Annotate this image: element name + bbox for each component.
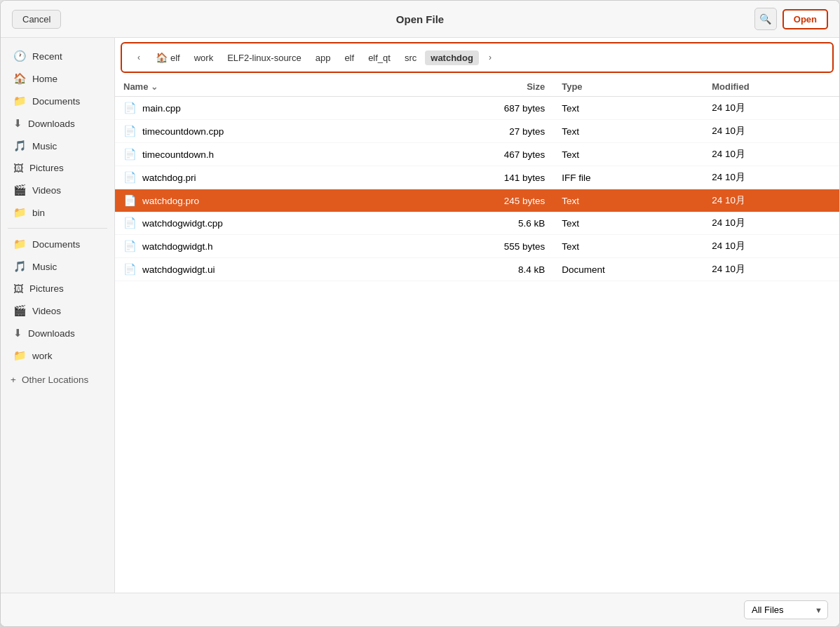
- table-row[interactable]: 📄 main.cpp 687 bytes Text 24 10月: [115, 97, 839, 120]
- file-modified-cell: 24 10月: [703, 143, 839, 166]
- file-name-cell: 📄 watchdog.pro: [115, 189, 409, 213]
- table-row[interactable]: 📄 watchdogwidgt.ui 8.4 kB Document 24 10…: [115, 258, 839, 281]
- col-name-label: Name: [123, 81, 148, 92]
- sidebar-pictures2-label: Pictures: [29, 283, 64, 294]
- sidebar-recent-label: Recent: [32, 51, 62, 62]
- table-row[interactable]: 📄 watchdogwidgt.h 555 bytes Text 24 10月: [115, 235, 839, 258]
- cancel-button[interactable]: Cancel: [12, 10, 61, 29]
- sidebar-downloads-icon: ⬇: [13, 117, 22, 130]
- col-name-sort-icon[interactable]: ⌄: [151, 82, 158, 92]
- sidebar-bin-label: bin: [32, 208, 45, 218]
- sidebar-music-label: Music: [32, 141, 57, 151]
- file-type-cell: Text: [553, 143, 703, 166]
- breadcrumb-label-watchdog: watchdog: [431, 53, 473, 63]
- file-name-cell: 📄 timecountdown.h: [115, 143, 409, 166]
- file-icon: 📄: [123, 240, 137, 252]
- sidebar-documents2-icon: 📁: [13, 238, 27, 250]
- sidebar-downloads2-icon: ⬇: [13, 327, 22, 339]
- table-row[interactable]: 📄 timecountdown.h 467 bytes Text 24 10月: [115, 143, 839, 166]
- col-header-name: Name ⌄: [115, 77, 409, 97]
- breadcrumb-item-app[interactable]: app: [310, 50, 337, 65]
- sidebar-item-documents2[interactable]: 📁Documents: [4, 233, 111, 255]
- sidebar-item-music2[interactable]: 🎵Music: [4, 255, 111, 278]
- table-row[interactable]: 📄 watchdog.pri 141 bytes IFF file 24 10月: [115, 166, 839, 189]
- file-icon: 📄: [123, 263, 137, 276]
- sidebar-documents-label: Documents: [32, 96, 80, 107]
- sidebar-section-bottom: 📁Documents🎵Music🖼Pictures🎬Videos⬇Downloa…: [1, 233, 114, 367]
- sidebar-downloads2-label: Downloads: [28, 328, 75, 339]
- breadcrumb-item-home[interactable]: 🏠elf: [150, 50, 186, 65]
- sidebar-music-icon: 🎵: [13, 140, 27, 152]
- dialog-body: 🕐Recent🏠Home📁Documents⬇Downloads🎵Music🖼P…: [1, 38, 839, 593]
- plus-icon: +: [11, 375, 16, 385]
- sidebar-pictures-label: Pictures: [29, 163, 64, 173]
- file-icon: 📄: [123, 217, 137, 229]
- sidebar-item-work[interactable]: 📁work: [4, 344, 111, 367]
- file-icon: 📄: [123, 125, 137, 137]
- sidebar-home-label: Home: [32, 74, 57, 84]
- sidebar-recent-icon: 🕐: [13, 50, 27, 62]
- search-icon[interactable]: 🔍: [754, 8, 777, 30]
- sidebar-work-icon: 📁: [13, 349, 27, 362]
- file-modified-cell: 24 10月: [703, 258, 839, 281]
- breadcrumb-more-button[interactable]: ›: [482, 49, 499, 66]
- file-list-container: Name ⌄ Size Type Modified: [115, 77, 839, 593]
- col-header-type: Type: [553, 77, 703, 97]
- breadcrumb-label-work: work: [194, 53, 213, 63]
- file-table-header: Name ⌄ Size Type Modified: [115, 77, 839, 97]
- file-modified-cell: 24 10月: [703, 166, 839, 189]
- sidebar-item-videos2[interactable]: 🎬Videos: [4, 299, 111, 322]
- col-header-size: Size: [409, 77, 554, 97]
- breadcrumb-label-elf: elf: [344, 53, 354, 63]
- col-modified-label: Modified: [712, 81, 749, 92]
- sidebar-item-pictures[interactable]: 🖼Pictures: [4, 157, 111, 179]
- file-icon: 📄: [123, 171, 137, 184]
- sidebar-item-pictures2[interactable]: 🖼Pictures: [4, 278, 111, 299]
- file-name-label: main.cpp: [142, 103, 181, 114]
- sidebar-item-music[interactable]: 🎵Music: [4, 135, 111, 157]
- file-name-label: watchdog.pri: [142, 173, 196, 183]
- breadcrumb-item-elf_qt[interactable]: elf_qt: [363, 50, 396, 65]
- sidebar-item-home[interactable]: 🏠Home: [4, 67, 111, 90]
- file-filter-select[interactable]: All FilesText FilesC++ Files: [744, 600, 828, 619]
- sidebar-home-icon: 🏠: [13, 72, 27, 85]
- open-button[interactable]: Open: [783, 9, 828, 29]
- file-name-label: timecountdown.cpp: [142, 126, 224, 137]
- breadcrumb-item-elf2[interactable]: ELF2-linux-source: [222, 50, 307, 65]
- sidebar-item-videos[interactable]: 🎬Videos: [4, 179, 111, 201]
- sidebar-item-downloads2[interactable]: ⬇Downloads: [4, 322, 111, 344]
- dialog-header: Cancel Open File 🔍 Open: [1, 1, 839, 38]
- file-size-cell: 555 bytes: [409, 235, 554, 258]
- breadcrumb-label-src: src: [405, 53, 416, 63]
- col-type-label: Type: [562, 81, 582, 92]
- breadcrumb-item-src[interactable]: src: [399, 50, 422, 65]
- sidebar: 🕐Recent🏠Home📁Documents⬇Downloads🎵Music🖼P…: [1, 38, 115, 593]
- sidebar-item-bin[interactable]: 📁bin: [4, 201, 111, 224]
- sidebar-item-recent[interactable]: 🕐Recent: [4, 45, 111, 67]
- file-icon: 📄: [123, 102, 137, 114]
- sidebar-pictures-icon: 🖼: [13, 162, 24, 174]
- breadcrumb-item-work[interactable]: work: [189, 50, 219, 65]
- sidebar-other-locations[interactable]: + Other Locations: [1, 370, 114, 390]
- col-header-modified: Modified: [703, 77, 839, 97]
- breadcrumb-item-elf[interactable]: elf: [339, 50, 360, 65]
- breadcrumb-item-watchdog[interactable]: watchdog: [425, 50, 479, 65]
- sidebar-item-documents[interactable]: 📁Documents: [4, 90, 111, 112]
- table-row[interactable]: 📄 timecountdown.cpp 27 bytes Text 24 10月: [115, 120, 839, 143]
- breadcrumb-back-button[interactable]: ‹: [130, 49, 147, 66]
- breadcrumb-label-elf_qt: elf_qt: [368, 53, 391, 63]
- file-type-cell: Text: [553, 235, 703, 258]
- table-row[interactable]: 📄 watchdog.pro 245 bytes Text 24 10月: [115, 189, 839, 213]
- sidebar-bin-icon: 📁: [13, 206, 27, 219]
- sidebar-videos2-icon: 🎬: [13, 304, 27, 317]
- sidebar-videos2-label: Videos: [32, 306, 61, 316]
- file-modified-cell: 24 10月: [703, 212, 839, 235]
- file-size-cell: 687 bytes: [409, 97, 554, 120]
- table-row[interactable]: 📄 watchdogwidgt.cpp 5.6 kB Text 24 10月: [115, 212, 839, 235]
- main-content: ‹ 🏠elfworkELF2-linux-sourceappelfelf_qts…: [115, 38, 839, 593]
- open-file-dialog: Cancel Open File 🔍 Open 🕐Recent🏠Home📁Doc…: [0, 0, 840, 627]
- sidebar-divider: [8, 228, 107, 229]
- file-size-cell: 245 bytes: [409, 189, 554, 213]
- file-type-cell: Text: [553, 97, 703, 120]
- sidebar-item-downloads[interactable]: ⬇Downloads: [4, 112, 111, 135]
